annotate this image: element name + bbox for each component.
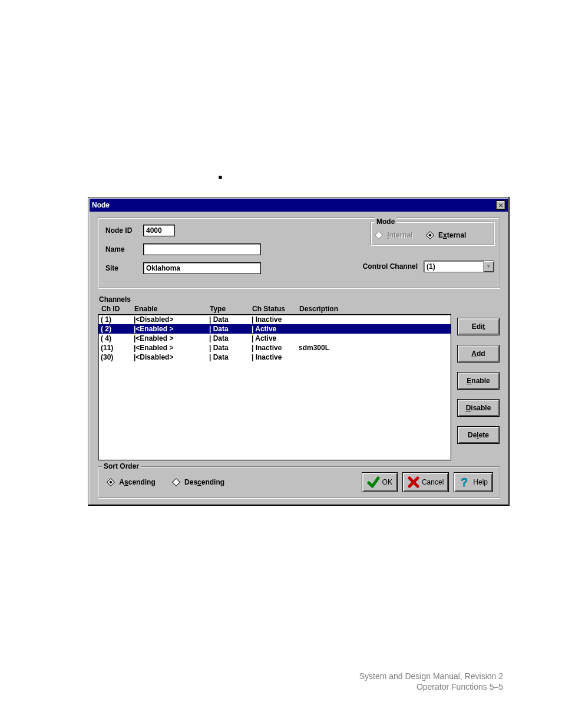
close-button[interactable]: ✕ — [496, 200, 505, 210]
bullet-decoration — [219, 176, 222, 179]
table-row[interactable]: ( 2)|<Enabled >| Data| Active — [98, 324, 451, 334]
node-id-label: Node ID — [105, 226, 143, 235]
diamond-icon — [107, 478, 115, 486]
help-label: Help — [473, 478, 488, 486]
col-header-type: Type — [210, 305, 252, 313]
col-header-enable: Enable — [134, 305, 210, 313]
enable-button[interactable]: Enable — [457, 372, 500, 390]
disable-button[interactable]: Disable — [457, 399, 500, 417]
node-info-panel: Node ID Name Site Mode Internal Exter — [98, 218, 500, 288]
x-icon — [408, 476, 419, 488]
diamond-icon — [375, 231, 383, 239]
channels-section-label: Channels — [99, 295, 500, 304]
sort-legend: Sort Order — [102, 462, 141, 470]
name-label: Name — [105, 245, 143, 253]
site-label: Site — [105, 264, 143, 272]
table-row[interactable]: ( 1)|<Disabled>| Data| Inactive — [98, 315, 451, 324]
col-header-desc: Description — [299, 305, 500, 313]
node-id-input[interactable] — [143, 225, 175, 236]
node-dialog: Node ✕ Node ID Name Site Mode In — [88, 197, 510, 506]
mode-groupbox: Mode Internal External — [371, 222, 494, 245]
help-button[interactable]: ? Help — [454, 472, 493, 492]
control-channel-value: (1) — [424, 261, 483, 272]
sort-ascending-radio[interactable]: Ascending — [108, 478, 156, 486]
ok-label: OK — [382, 478, 392, 486]
channels-listbox[interactable]: ( 1)|<Disabled>| Data| Inactive( 2)|<Ena… — [98, 314, 451, 460]
diamond-icon — [426, 231, 434, 239]
name-input[interactable] — [143, 243, 261, 255]
page-footer: System and Design Manual, Revision 2 Ope… — [359, 671, 503, 692]
edit-button[interactable]: Edit — [457, 318, 500, 335]
control-channel-select[interactable]: (1) ▼ — [424, 261, 494, 272]
check-icon — [367, 476, 380, 489]
mode-legend: Mode — [375, 218, 396, 226]
footer-line1: System and Design Manual, Revision 2 — [359, 671, 503, 681]
close-icon: ✕ — [498, 202, 503, 209]
footer-line2: Operator Functions 5–5 — [359, 681, 503, 692]
mode-internal-radio: Internal — [376, 231, 413, 239]
table-row[interactable]: (11)|<Enabled >| Data| Inactivesdm300L — [98, 343, 451, 353]
site-input[interactable] — [143, 262, 261, 274]
sort-descending-radio[interactable]: Descending — [173, 478, 224, 486]
table-row[interactable]: (30)|<Disabled>| Data| Inactive — [98, 353, 451, 362]
control-channel-label: Control Channel — [363, 262, 418, 271]
col-header-id: Ch ID — [101, 305, 134, 313]
channels-header: Ch ID Enable Type Ch Status Description — [98, 305, 500, 314]
question-icon: ? — [459, 476, 471, 489]
ok-button[interactable]: OK — [362, 472, 398, 492]
col-header-status: Ch Status — [252, 305, 299, 313]
dialog-title: Node — [92, 201, 110, 209]
add-button[interactable]: Add — [457, 345, 500, 363]
cancel-button[interactable]: Cancel — [402, 472, 449, 492]
chevron-down-icon: ▼ — [483, 261, 494, 272]
mode-external-radio[interactable]: External — [427, 231, 467, 239]
table-row[interactable]: ( 4)|<Enabled >| Data| Active — [98, 334, 451, 343]
diamond-icon — [172, 478, 180, 486]
svg-text:?: ? — [461, 476, 468, 489]
delete-button[interactable]: Delete — [457, 426, 500, 444]
titlebar: Node ✕ — [90, 199, 508, 212]
cancel-label: Cancel — [422, 478, 444, 486]
bottom-panel: Sort Order Ascending Descending OK — [98, 466, 500, 498]
